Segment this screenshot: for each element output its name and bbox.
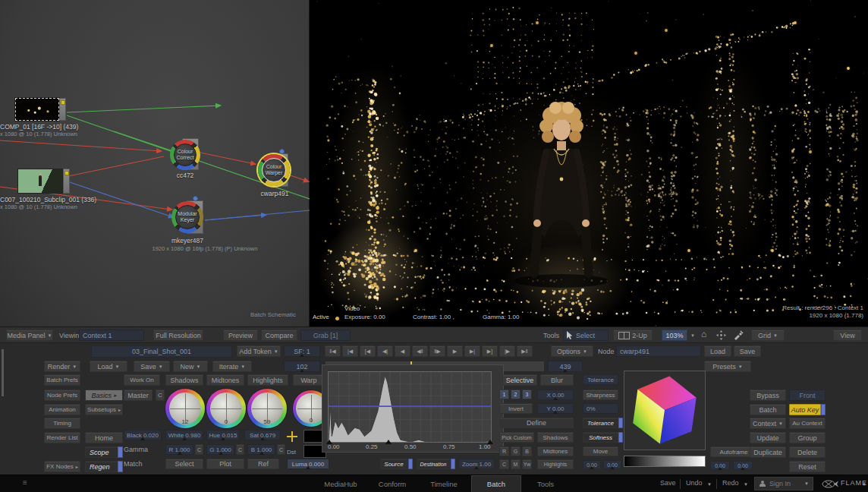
percent-field[interactable]: 0% [583,403,618,414]
white-level-field[interactable]: White 0.980 [165,430,203,440]
subsetups-button[interactable]: Subsetups▸ [85,404,123,415]
viewer-contrast[interactable]: Contrast: 1.00 , [413,314,454,320]
gamma-blue-c-toggle[interactable]: C [277,444,285,455]
viewer-exposure[interactable]: Exposure: 0.00 [344,314,385,320]
node-subclip-thumbnail[interactable] [17,169,63,194]
transport-next-marker-button[interactable]: ▶| [464,345,480,357]
highlights-wheel-button[interactable]: Highlights [247,374,288,386]
gamma-red-c-toggle[interactable]: C [195,444,203,455]
source-slider[interactable] [408,459,413,469]
cyan-channel-toggle[interactable]: C [499,459,509,469]
presets-button[interactable]: Presets▼ [704,361,751,372]
new-button[interactable]: New▼ [173,361,208,372]
black-level-field[interactable]: Black 0.020 [124,430,162,440]
selective-blur-button[interactable]: Blur [540,374,574,386]
redo-action[interactable]: Redo [722,479,739,487]
gamma-blue-field[interactable]: B 1.000 [247,444,275,455]
node-modular-keyer[interactable]: ModularKeyer [171,201,203,233]
move-y-field[interactable]: 0.00 [603,460,621,469]
tolerance-field[interactable]: Tolerance [583,374,618,385]
shadows-colour-wheel[interactable]: 12 [165,389,205,428]
node-comp01-thumbnail[interactable] [15,98,59,121]
blue-channel-toggle[interactable]: B [522,446,532,456]
yellow-channel-toggle[interactable]: Yw [522,459,532,469]
node-colour-warper[interactable]: ColourWarper [258,154,290,186]
auto-key-button[interactable]: Auto Key [789,404,821,415]
move-button[interactable]: Move [583,446,618,456]
transport-prev-marker-button[interactable]: ◀| [377,345,393,357]
group-button[interactable]: Group [789,432,826,443]
tab-tools[interactable]: Tools [524,475,567,492]
match-select-button[interactable]: Select [165,459,203,469]
view-button[interactable]: View [833,330,862,341]
transport-play-back-button[interactable]: ◀ [395,345,410,357]
tab-mediahub[interactable]: MediaHub [316,475,365,492]
home-view-icon[interactable]: ⌂ [701,329,706,339]
transport-prev-key-button[interactable]: |◀ [342,345,358,357]
gamma-green-c-toggle[interactable]: C [236,444,244,455]
transport-prev-segment-button[interactable]: [◀ [360,345,376,357]
duplicate-button[interactable]: Duplicate [750,446,786,458]
magenta-channel-toggle[interactable]: M [511,459,520,469]
node-load-button[interactable]: Load [704,345,731,357]
node-subclip-tab[interactable] [63,169,70,194]
compare-button[interactable]: Compare [261,330,297,341]
tolerance-mode-button[interactable]: Tolerance [583,418,618,428]
save-setup-button[interactable]: Save▼ [134,361,170,372]
histogram-destination-button[interactable]: Destination [417,459,450,469]
batch-mode-button[interactable]: Batch [750,404,786,415]
iterate-button[interactable]: Iterate▼ [212,361,252,372]
image-viewer[interactable]: Video Active Exposure: 0.00 Contrast: 1.… [310,0,868,326]
sharpness-button[interactable]: Sharpness [583,390,618,400]
shadows-wheel-button[interactable]: Shadows [165,374,203,386]
gamma-green-field[interactable]: G 1.000 [206,444,234,455]
pick-custom-button[interactable]: Pick Custom [499,432,534,443]
save-action[interactable]: Save [660,479,676,487]
regen-slider[interactable] [118,461,123,472]
transport-next-key-button[interactable]: |▶ [499,345,515,357]
red-channel-toggle[interactable]: R [499,446,509,456]
tab-conform[interactable]: Conform [368,475,417,492]
master-button[interactable]: Master [124,390,153,401]
left-scrollbar[interactable] [2,349,4,396]
match-ref-button[interactable]: Ref [247,459,279,469]
define-shadows-button[interactable]: Shadows [537,432,574,443]
context-button[interactable]: Context▼ [750,418,786,429]
selective-3-button[interactable]: 3 [522,390,532,399]
luminance-gradient-bar[interactable] [624,456,706,467]
reset-button[interactable]: Reset [789,461,826,472]
start-frame-field[interactable]: SF: 1 [284,345,320,357]
undo-dropdown-icon[interactable]: ▼ [707,482,712,487]
load-setup-button[interactable]: Load▼ [90,361,127,372]
selective-1-button[interactable]: 1 [499,390,509,399]
front-field[interactable]: Front [789,390,826,401]
scope-slider[interactable] [118,446,123,458]
midtones-wheel-button[interactable]: Midtones [206,374,244,386]
node-comp01-tab[interactable] [59,98,66,121]
define-highlights-button[interactable]: Highlights [537,459,574,469]
transport-go-start-button[interactable]: ‖◀ [325,345,341,357]
transport-step-back-button[interactable]: ◀‖ [412,345,428,357]
selective-button[interactable]: Selective [502,374,537,386]
work-on-button[interactable]: Work On [124,374,160,386]
delete-button[interactable]: Delete [789,446,826,458]
end-frame-field[interactable]: 439 [548,361,583,372]
au-context-button[interactable]: Au Context [789,418,826,429]
luma-field[interactable]: Luma 0.000 [287,459,329,469]
transport-play-button[interactable]: ▶ [447,345,463,357]
colour-cube-panel[interactable] [624,371,706,450]
move-x-field[interactable]: 0.00 [583,460,601,469]
undo-action[interactable]: Undo [686,479,703,487]
media-panel-button[interactable]: Media Panel▼ [6,330,53,341]
options-button[interactable]: Options▼ [551,345,593,357]
grid-button[interactable]: Grid▼ [751,330,785,341]
tolerance-slider[interactable] [618,418,623,428]
select-tool-field[interactable]: Select [563,330,609,341]
tab-timeline[interactable]: Timeline [420,475,468,492]
histogram-plot[interactable] [328,371,492,443]
full-resolution-button[interactable]: Full Resolution [153,330,203,341]
grab-field[interactable]: Grab [1] [300,330,351,341]
transport-step-fwd-button[interactable]: ‖▶ [429,345,445,357]
softness-mode-button[interactable]: Softness [583,432,618,443]
node-name-field[interactable]: cwarp491 [616,345,701,357]
